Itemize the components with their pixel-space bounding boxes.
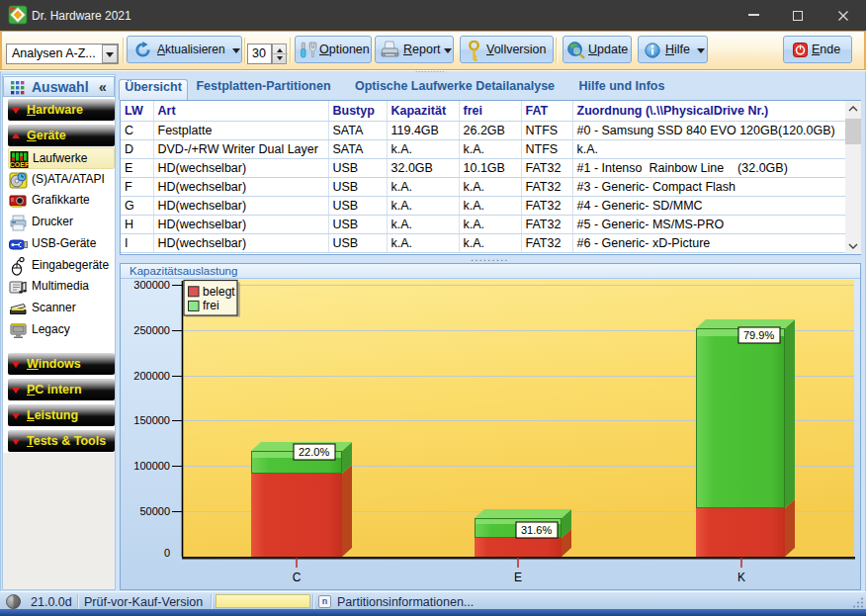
svg-text:250000: 250000 <box>133 324 170 336</box>
svg-text:E: E <box>514 571 522 584</box>
svg-text:belegt: belegt <box>203 285 235 299</box>
svg-text:200000: 200000 <box>133 370 170 382</box>
svg-text:22.0%: 22.0% <box>299 446 329 458</box>
svg-text:300000: 300000 <box>133 279 170 291</box>
svg-text:100000: 100000 <box>133 460 170 472</box>
svg-text:150000: 150000 <box>133 414 170 426</box>
svg-text:79.9%: 79.9% <box>743 329 774 341</box>
svg-text:31.6%: 31.6% <box>521 524 552 536</box>
svg-text:COEF: COEF <box>10 161 29 168</box>
svg-text:frei: frei <box>203 299 219 312</box>
svg-text:K: K <box>737 571 745 584</box>
svg-text:C: C <box>293 571 302 584</box>
svg-text:0: 0 <box>164 547 170 559</box>
svg-text:50000: 50000 <box>139 505 170 517</box>
